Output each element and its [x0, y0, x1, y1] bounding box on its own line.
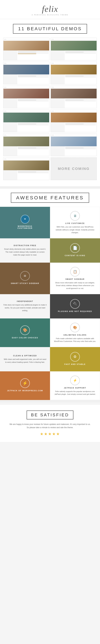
demos-grid: [3, 38, 97, 156]
feature-title-clean-optimized: Clean & Optimized: [13, 355, 37, 357]
demo-thumb-8[interactable]: [51, 110, 97, 132]
feature-title-live-customize: Live Customize: [65, 222, 85, 224]
features-title: Awesome Features: [11, 193, 89, 203]
satisfied-title: Be Satisfied: [27, 410, 73, 420]
feature-desc-smart-sidebar: Show more information with ready-to-use …: [53, 282, 96, 290]
logo-section: felix A Personal Blogging Theme: [0, 0, 100, 19]
demos-title: 11 Beautiful Demos: [13, 24, 87, 34]
satisfied-section: Be Satisfied We are happy to know your r…: [0, 405, 100, 442]
feature-title-smart-sticky-sidebar: Smart Sticky Sidebar: [11, 282, 39, 284]
feature-desc-unlimited-colors: Felix made unlimited color options avail…: [53, 337, 96, 343]
feature-grid: W WordPressCustomizer 🖥 Live Customize W…: [0, 207, 100, 400]
demo-thumb-6[interactable]: [51, 86, 97, 108]
demo-thumb-1[interactable]: [3, 38, 49, 60]
wordpress-customizer-icon: W: [21, 215, 30, 224]
logo-subtitle: A Personal Blogging Theme: [3, 14, 97, 16]
demos-section: 11 Beautiful Demos: [0, 19, 100, 186]
demo-thumb-10[interactable]: [51, 134, 97, 156]
satisfied-description: We are happy to know your reviews for fu…: [10, 423, 90, 429]
demo-thumb-4[interactable]: [51, 62, 97, 84]
section-divider-1: [0, 186, 100, 189]
feature-desc-distraction-free: Smart sticky elements only visible where…: [3, 248, 47, 256]
feature-title-easy-color-choices: Easy Color Choices: [12, 337, 38, 339]
easy-color-choices-icon: 🎨: [20, 326, 30, 335]
rating-stars: ★★★★★: [5, 432, 95, 436]
feature-title-fast-stable: Fast and Stable: [64, 363, 86, 365]
content-is-king-icon: 📄: [70, 243, 80, 253]
feature-cell-clean-optimized: Clean & Optimized With clean and well-or…: [0, 347, 50, 371]
demo-thumb-5[interactable]: [3, 86, 49, 108]
feature-title-jetpack-support: Jetpack Support: [64, 387, 86, 389]
feature-cell-live-customize: 🖥 Live Customize With Felix, you can cus…: [50, 207, 100, 238]
plugins-not-required-icon: 🔌: [70, 299, 80, 309]
feature-cell-smart-sticky-sidebar: ≡ Smart Sticky Sidebar: [0, 262, 50, 294]
feature-title-distraction-free: Distraction Free: [14, 244, 36, 246]
feature-title-smart-sidebar: Smart Sidebar: [65, 278, 84, 280]
feature-title-wordpress-customizer: WordPressCustomizer: [18, 225, 33, 229]
feature-desc-jetpack-support: Felix natively supports the popular word…: [53, 390, 96, 396]
live-customize-icon: 🖥: [70, 211, 80, 221]
demo-thumb-9[interactable]: [3, 134, 49, 156]
feature-cell-content-is-king: 📄 Content is King: [50, 238, 100, 262]
demos-more-row: More Coming: [3, 158, 97, 180]
feature-desc-clean-optimized: With clean and well-organized code, you …: [3, 358, 47, 364]
demo-thumb-3[interactable]: [3, 62, 49, 84]
jetpack-icon: ⚡: [20, 378, 30, 388]
feature-cell-fast-stable: ⚙ Fast and Stable: [50, 347, 100, 371]
section-divider-2: [0, 400, 100, 402]
feature-cell-easy-color-choices: 🎨 Easy Color Choices: [0, 318, 50, 347]
logo-text: felix: [3, 5, 97, 13]
feature-cell-unlimited-colors: 🎨 Unlimited Colors Felix made unlimited …: [50, 318, 100, 347]
unlimited-colors-icon: 🎨: [70, 323, 80, 332]
feature-cell-wordpress-customizer: W WordPressCustomizer: [0, 207, 50, 238]
more-coming-placeholder: More Coming: [51, 158, 97, 180]
demo-thumb-2[interactable]: [51, 38, 97, 60]
feature-title-plugins-not-required: Plugins Are Not Required: [58, 310, 92, 312]
more-coming-text: More Coming: [58, 167, 90, 171]
feature-cell-jetpack-icon: ⚡ Jetpack of WordPress.com: [0, 371, 50, 400]
feature-title-independent: Independent: [17, 300, 33, 302]
feature-desc-independent: Felix does not require any additional pl…: [3, 304, 47, 312]
fast-stable-icon: ⚙: [70, 352, 80, 362]
feature-title-content-is-king: Content is King: [65, 254, 85, 256]
feature-cell-smart-sidebar: 📋 Smart Sidebar Show more information wi…: [50, 262, 100, 294]
feature-title-jetpack-icon: Jetpack of WordPress.com: [7, 390, 43, 392]
smart-sidebar-icon: 📋: [70, 267, 80, 276]
demo-thumb-7[interactable]: [3, 110, 49, 132]
feature-cell-plugins-not-required: 🔌 Plugins Are Not Required: [50, 294, 100, 318]
feature-title-unlimited-colors: Unlimited Colors: [63, 334, 86, 336]
demo-thumb-extra[interactable]: [3, 158, 49, 180]
feature-cell-distraction-free: Distraction Free Smart sticky elements o…: [0, 238, 50, 262]
features-header: Awesome Features: [0, 189, 100, 207]
feature-cell-jetpack-support: ⚡ Jetpack Support Felix natively support…: [50, 371, 100, 400]
feature-desc-live-customize: With Felix, you can customize your WordP…: [53, 226, 96, 234]
feature-cell-independent: Independent Felix does not require any a…: [0, 294, 50, 318]
smart-sticky-sidebar-icon: ≡: [20, 271, 30, 281]
jetpack-support-icon: ⚡: [70, 376, 80, 385]
